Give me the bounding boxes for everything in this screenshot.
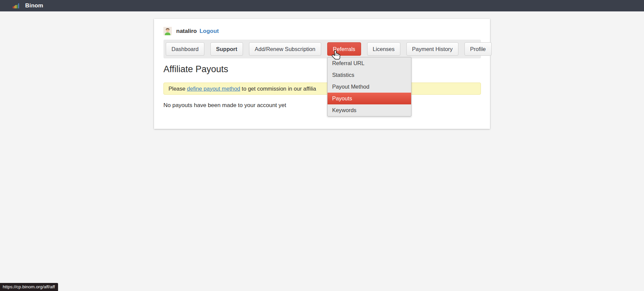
define-payout-method-link[interactable]: define payout method [187,86,240,92]
tab-licenses[interactable]: Licenses [367,42,400,56]
navbar: Dashboard Support Add/Renew Subscription… [163,40,481,58]
topbar: Binom [0,0,644,11]
menu-item-statistics[interactable]: Statistics [328,69,411,81]
person-avatar-icon [163,27,172,35]
bar-chart-logo-icon [13,3,19,8]
tab-payment-history[interactable]: Payment History [406,42,458,56]
empty-payouts-message: No payouts have been made to your accoun… [163,102,481,109]
tab-add-renew-subscription[interactable]: Add/Renew Subscription [249,42,321,56]
menu-item-referral-url[interactable]: Referral URL [328,57,411,69]
main-card: nataliro Logout Dashboard Support Add/Re… [154,19,490,129]
page-title: Affiliate Payouts [163,64,481,75]
payout-notice: Please define payout method to get commi… [163,83,481,95]
menu-item-payouts[interactable]: Payouts [328,93,411,104]
notice-text-suffix: to get commission in our affilia [240,86,316,92]
tab-referrals[interactable]: Referrals [327,42,361,56]
referrals-dropdown-menu: Referral URL Statistics Payout Method Pa… [327,57,411,116]
tab-support[interactable]: Support [210,42,243,56]
status-url-tooltip: https://cp.binom.org/aff/aff [0,283,58,291]
notice-text-prefix: Please [168,86,187,92]
tab-profile[interactable]: Profile [464,42,492,56]
menu-item-keywords[interactable]: Keywords [328,104,411,116]
tab-dashboard[interactable]: Dashboard [166,42,204,56]
menu-item-payout-method[interactable]: Payout Method [328,81,411,93]
username: nataliro [176,28,197,35]
brand-title: Binom [25,2,43,9]
user-row: nataliro Logout [163,27,481,35]
logout-link[interactable]: Logout [199,28,219,35]
